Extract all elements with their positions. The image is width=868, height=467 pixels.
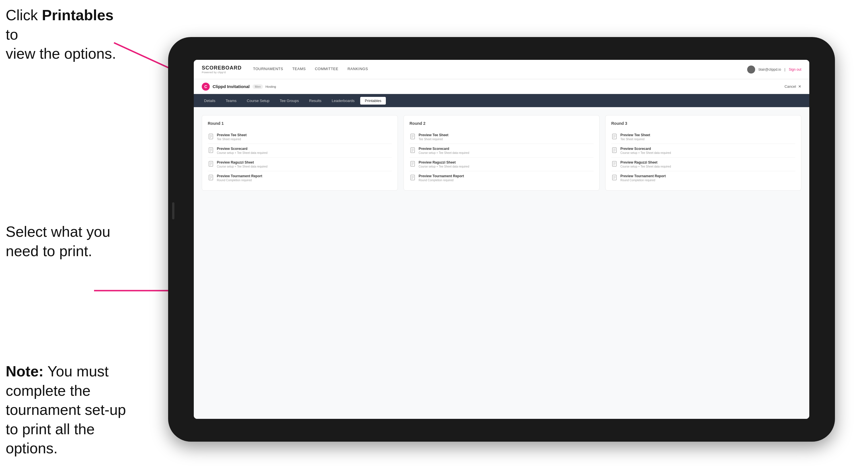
instruction-top-text: Click Printables toview the options. (6, 7, 116, 62)
round2-tee-sheet[interactable]: Preview Tee Sheet Tee Sheet required (409, 130, 594, 144)
round3-raguzzi-subtitle: Course setup + Tee Sheet data required (620, 165, 671, 168)
tournament-icon: C (202, 83, 210, 91)
tablet-frame: SCOREBOARD Powered by clipp'd TOURNAMENT… (168, 37, 835, 442)
round2-scorecard-subtitle: Course setup + Tee Sheet data required (418, 151, 469, 154)
tournament-header: C Clippd Invitational Men Hosting Cancel… (194, 79, 809, 94)
raguzzi-icon (208, 161, 214, 167)
round3-raguzzi-icon (611, 161, 618, 167)
round3-raguzzi[interactable]: Preview Raguzzi Sheet Course setup + Tee… (611, 158, 795, 171)
tab-results[interactable]: Results (305, 97, 326, 104)
instruction-middle: Select what youneed to print. (6, 222, 110, 261)
round1-raguzzi-subtitle: Course setup + Tee Sheet data required (217, 165, 267, 168)
user-avatar (747, 65, 755, 73)
tablet-screen: SCOREBOARD Powered by clipp'd TOURNAMENT… (194, 60, 809, 419)
round2-tee-sheet-subtitle: Tee Sheet required (418, 137, 448, 141)
sign-out-link[interactable]: Sign out (789, 67, 801, 71)
round2-tournament-report-icon (409, 175, 416, 181)
tab-leaderboards[interactable]: Leaderboards (327, 97, 359, 104)
round2-raguzzi-text: Preview Raguzzi Sheet Course setup + Tee… (418, 160, 469, 168)
top-nav-links: TOURNAMENTS TEAMS COMMITTEE RANKINGS (253, 67, 747, 72)
round2-raguzzi-icon (409, 161, 416, 167)
round2-scorecard-title: Preview Scorecard (418, 147, 469, 151)
scorecard-icon (208, 147, 214, 153)
nav-tournaments[interactable]: TOURNAMENTS (253, 67, 283, 72)
round3-tournament-report-subtitle: Round Completion required (620, 179, 666, 182)
round3-raguzzi-title: Preview Raguzzi Sheet (620, 160, 671, 164)
tournament-header-right: Cancel ✕ (784, 84, 801, 89)
tab-tee-groups[interactable]: Tee Groups (275, 97, 304, 104)
round3-tee-sheet-title: Preview Tee Sheet (620, 133, 650, 137)
round3-tee-sheet-icon (611, 133, 618, 139)
round3-scorecard[interactable]: Preview Scorecard Course setup + Tee She… (611, 144, 795, 158)
round2-scorecard[interactable]: Preview Scorecard Course setup + Tee She… (409, 144, 594, 158)
round2-tee-sheet-icon (409, 133, 416, 139)
instruction-middle-text: Select what youneed to print. (6, 223, 110, 259)
tab-teams[interactable]: Teams (221, 97, 241, 104)
round3-tee-sheet-subtitle: Tee Sheet required (620, 137, 650, 141)
round3-tee-sheet[interactable]: Preview Tee Sheet Tee Sheet required (611, 130, 795, 144)
round1-scorecard[interactable]: Preview Scorecard Course setup + Tee She… (208, 144, 392, 158)
round1-scorecard-title: Preview Scorecard (217, 147, 267, 151)
round2-tournament-report-text: Preview Tournament Report Round Completi… (418, 174, 464, 182)
tournament-badge: Men (252, 84, 263, 89)
round3-scorecard-icon (611, 147, 618, 153)
round2-raguzzi-title: Preview Raguzzi Sheet (418, 160, 469, 164)
round3-tournament-report-text: Preview Tournament Report Round Completi… (620, 174, 666, 182)
tablet-side-button (172, 202, 175, 219)
top-nav-right: blair@clippd.io | Sign out (747, 65, 801, 73)
round1-tee-sheet[interactable]: Preview Tee Sheet Tee Sheet required (208, 130, 392, 144)
round1-raguzzi[interactable]: Preview Raguzzi Sheet Course setup + Tee… (208, 158, 392, 171)
nav-committee[interactable]: COMMITTEE (315, 67, 339, 72)
round-2-column: Round 2 Preview Tee Sheet Tee Sheet requ… (404, 115, 599, 191)
nav-rankings[interactable]: RANKINGS (347, 67, 368, 72)
tab-details[interactable]: Details (199, 97, 220, 104)
round1-tournament-report[interactable]: Preview Tournament Report Round Completi… (208, 171, 392, 185)
round1-tournament-report-subtitle: Round Completion required (217, 179, 262, 182)
round3-tournament-report-icon (611, 175, 618, 181)
instruction-bottom: Note: You mustcomplete thetournament set… (6, 362, 143, 458)
instruction-bold: Printables (42, 7, 114, 23)
scoreboard-logo: SCOREBOARD Powered by clipp'd (202, 65, 242, 74)
round2-scorecard-text: Preview Scorecard Course setup + Tee She… (418, 147, 469, 154)
round2-raguzzi[interactable]: Preview Raguzzi Sheet Course setup + Tee… (409, 158, 594, 171)
instruction-top: Click Printables toview the options. (6, 6, 125, 64)
rounds-grid: Round 1 Preview Tee Sheet Tee Sheet requ… (202, 115, 801, 191)
round3-tee-sheet-text: Preview Tee Sheet Tee Sheet required (620, 133, 650, 141)
round2-tournament-report[interactable]: Preview Tournament Report Round Completi… (409, 171, 594, 185)
round1-raguzzi-title: Preview Raguzzi Sheet (217, 160, 267, 164)
round1-raguzzi-text: Preview Raguzzi Sheet Course setup + Tee… (217, 160, 267, 168)
tab-printables[interactable]: Printables (360, 97, 386, 104)
round1-tournament-report-text: Preview Tournament Report Round Completi… (217, 174, 262, 182)
close-icon[interactable]: ✕ (798, 84, 801, 89)
nav-separator: | (784, 67, 785, 71)
logo-subtitle: Powered by clipp'd (202, 71, 242, 74)
round1-tee-sheet-title: Preview Tee Sheet (217, 133, 247, 137)
round1-tee-sheet-text: Preview Tee Sheet Tee Sheet required (217, 133, 247, 141)
round2-tee-sheet-title: Preview Tee Sheet (418, 133, 448, 137)
nav-teams[interactable]: TEAMS (292, 67, 306, 72)
round2-tournament-report-subtitle: Round Completion required (418, 179, 464, 182)
round2-scorecard-icon (409, 147, 416, 153)
main-content: Round 1 Preview Tee Sheet Tee Sheet requ… (194, 107, 809, 419)
cancel-link[interactable]: Cancel (784, 84, 796, 89)
round2-tee-sheet-text: Preview Tee Sheet Tee Sheet required (418, 133, 448, 141)
instruction-bottom-text: Note: You mustcomplete thetournament set… (6, 363, 126, 457)
round3-tournament-report-title: Preview Tournament Report (620, 174, 666, 178)
round3-raguzzi-text: Preview Raguzzi Sheet Course setup + Tee… (620, 160, 671, 168)
top-nav: SCOREBOARD Powered by clipp'd TOURNAMENT… (194, 60, 809, 79)
round3-scorecard-subtitle: Course setup + Tee Sheet data required (620, 151, 671, 154)
instruction-note-bold: Note: (6, 363, 43, 379)
sub-tabs: Details Teams Course Setup Tee Groups Re… (194, 94, 809, 107)
round-3-title: Round 3 (611, 121, 795, 126)
round1-scorecard-text: Preview Scorecard Course setup + Tee She… (217, 147, 267, 154)
tee-sheet-icon (208, 133, 214, 139)
round-1-column: Round 1 Preview Tee Sheet Tee Sheet requ… (202, 115, 398, 191)
round3-scorecard-title: Preview Scorecard (620, 147, 671, 151)
round-3-column: Round 3 Preview Tee Sheet Tee Sheet requ… (605, 115, 801, 191)
tournament-report-icon (208, 175, 214, 181)
tournament-name: Clippd Invitational (213, 84, 250, 89)
round-1-title: Round 1 (208, 121, 392, 126)
round2-raguzzi-subtitle: Course setup + Tee Sheet data required (418, 165, 469, 168)
round3-tournament-report[interactable]: Preview Tournament Report Round Completi… (611, 171, 795, 185)
tab-course-setup[interactable]: Course Setup (242, 97, 274, 104)
